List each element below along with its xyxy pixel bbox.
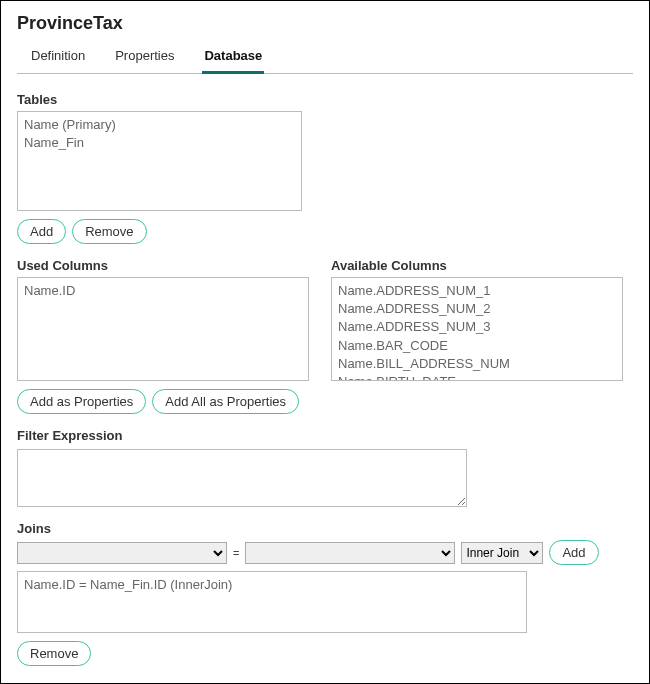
- filter-expression-input[interactable]: [17, 449, 467, 507]
- list-item[interactable]: Name.ADDRESS_NUM_1: [338, 282, 616, 300]
- list-item[interactable]: Name.ADDRESS_NUM_3: [338, 318, 616, 336]
- tables-listbox[interactable]: Name (Primary) Name_Fin: [17, 111, 302, 211]
- join-type-select[interactable]: Inner Join: [461, 542, 543, 564]
- list-item[interactable]: Name.BILL_ADDRESS_NUM: [338, 355, 616, 373]
- equals-sign: =: [233, 547, 239, 559]
- list-item[interactable]: Name_Fin: [24, 134, 295, 152]
- available-columns-label: Available Columns: [331, 258, 623, 273]
- list-item[interactable]: Name.BAR_CODE: [338, 337, 616, 355]
- used-columns-label: Used Columns: [17, 258, 309, 273]
- tables-add-button[interactable]: Add: [17, 219, 66, 244]
- list-item[interactable]: Name.BIRTH_DATE: [338, 373, 616, 381]
- join-left-select[interactable]: [17, 542, 227, 564]
- joins-listbox[interactable]: Name.ID = Name_Fin.ID (InnerJoin): [17, 571, 527, 633]
- list-item[interactable]: Name.ID = Name_Fin.ID (InnerJoin): [24, 576, 520, 594]
- join-add-button[interactable]: Add: [549, 540, 598, 565]
- filter-expression-label: Filter Expression: [17, 428, 633, 443]
- joins-label: Joins: [17, 521, 633, 536]
- join-right-select[interactable]: [245, 542, 455, 564]
- available-columns-listbox[interactable]: Name.ADDRESS_NUM_1 Name.ADDRESS_NUM_2 Na…: [331, 277, 623, 381]
- tab-database[interactable]: Database: [202, 42, 264, 74]
- used-columns-listbox[interactable]: Name.ID: [17, 277, 309, 381]
- add-as-properties-button[interactable]: Add as Properties: [17, 389, 146, 414]
- add-all-as-properties-button[interactable]: Add All as Properties: [152, 389, 299, 414]
- tab-bar: Definition Properties Database: [17, 42, 633, 74]
- list-item[interactable]: Name.ADDRESS_NUM_2: [338, 300, 616, 318]
- tables-remove-button[interactable]: Remove: [72, 219, 146, 244]
- tables-label: Tables: [17, 92, 633, 107]
- tab-properties[interactable]: Properties: [113, 42, 176, 74]
- page-title: ProvinceTax: [17, 13, 633, 34]
- tab-definition[interactable]: Definition: [29, 42, 87, 74]
- joins-remove-button[interactable]: Remove: [17, 641, 91, 666]
- list-item[interactable]: Name.ID: [24, 282, 302, 300]
- list-item[interactable]: Name (Primary): [24, 116, 295, 134]
